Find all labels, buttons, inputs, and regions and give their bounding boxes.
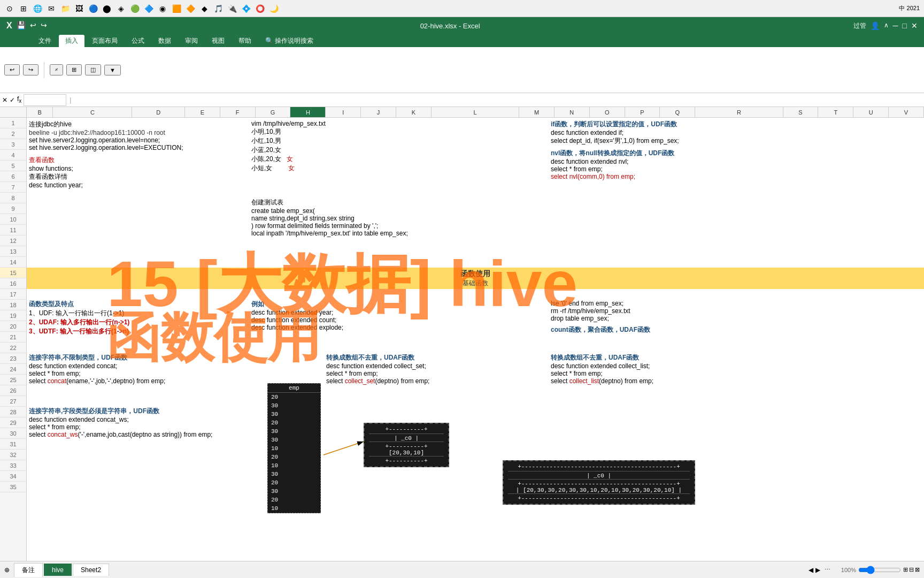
- tab-review[interactable]: 审阅: [179, 35, 204, 47]
- row-21[interactable]: 21: [0, 332, 26, 343]
- app15-icon[interactable]: 💠: [241, 3, 251, 14]
- tab-sheet2[interactable]: Sheet2: [73, 564, 109, 576]
- app13-icon[interactable]: 🎵: [213, 3, 224, 14]
- row-34[interactable]: 34: [0, 471, 26, 482]
- minimize-button[interactable]: ─: [893, 21, 898, 31]
- app16-icon[interactable]: ⭕: [255, 3, 265, 14]
- row-20[interactable]: 20: [0, 321, 26, 332]
- row-28[interactable]: 28: [0, 407, 26, 417]
- save-icon[interactable]: 💾: [17, 21, 26, 31]
- app8-icon[interactable]: 🔷: [143, 3, 154, 14]
- app10-icon[interactable]: 🟧: [171, 3, 182, 14]
- undo-icon[interactable]: ↩: [30, 21, 36, 31]
- row-6[interactable]: 6: [0, 171, 26, 182]
- row-9[interactable]: 9: [0, 203, 26, 214]
- row-29[interactable]: 29: [0, 417, 26, 428]
- formula-bar-cancel[interactable]: ✕: [2, 96, 7, 104]
- row-4[interactable]: 4: [0, 150, 26, 161]
- user-icon[interactable]: 👤: [871, 21, 880, 31]
- col-m[interactable]: M: [519, 107, 555, 117]
- app12-icon[interactable]: ◆: [199, 3, 210, 14]
- grid-content[interactable]: 15 [大数据] hive 函数使用 函数使用 基础函数 连接jdbc的hive…: [27, 118, 924, 561]
- row-35[interactable]: 35: [0, 482, 26, 492]
- row-2[interactable]: 2: [0, 128, 26, 139]
- row-19[interactable]: 19: [0, 310, 26, 321]
- add-sheet-icon[interactable]: ⊕: [4, 566, 10, 574]
- row-24[interactable]: 24: [0, 364, 26, 375]
- sheet-nav-right[interactable]: ▶: [815, 566, 820, 574]
- col-b[interactable]: B: [27, 107, 53, 117]
- app5-icon[interactable]: ⬤: [102, 3, 112, 14]
- view-normal-icon[interactable]: ⊞: [903, 566, 908, 573]
- col-e[interactable]: E: [185, 107, 220, 117]
- formula-bar-insert[interactable]: fx: [17, 95, 21, 104]
- row-12[interactable]: 12: [0, 235, 26, 246]
- zoom-slider[interactable]: [858, 566, 901, 574]
- app4-icon[interactable]: 🔵: [88, 3, 98, 14]
- formula-bar-confirm[interactable]: ✓: [10, 96, 15, 104]
- col-h[interactable]: H: [290, 107, 326, 117]
- tab-insert[interactable]: 插入: [59, 35, 84, 47]
- row-22[interactable]: 22: [0, 343, 26, 353]
- row-32[interactable]: 32: [0, 450, 26, 460]
- redo-icon[interactable]: ↪: [41, 21, 47, 31]
- col-n[interactable]: N: [555, 107, 590, 117]
- edge-icon[interactable]: 🌐: [32, 3, 43, 14]
- col-f[interactable]: F: [220, 107, 256, 117]
- row-11[interactable]: 11: [0, 225, 26, 235]
- row-7[interactable]: 7: [0, 182, 26, 193]
- tab-help[interactable]: 帮助: [232, 35, 258, 47]
- col-g[interactable]: G: [256, 107, 291, 117]
- col-t[interactable]: T: [818, 107, 853, 117]
- folder-icon[interactable]: 📁: [60, 3, 71, 14]
- col-o[interactable]: O: [590, 107, 625, 117]
- row-16[interactable]: 16: [0, 278, 26, 289]
- app3-icon[interactable]: 🖼: [74, 3, 84, 14]
- maximize-button[interactable]: □: [903, 21, 907, 31]
- tab-data[interactable]: 数据: [152, 35, 178, 47]
- row-14[interactable]: 14: [0, 257, 26, 268]
- sheet-nav-left[interactable]: ◀: [808, 566, 813, 574]
- col-k[interactable]: K: [396, 107, 432, 117]
- ribbon-btn5[interactable]: ◫: [85, 64, 101, 75]
- col-s[interactable]: S: [783, 107, 819, 117]
- app7-icon[interactable]: 🟢: [129, 3, 140, 14]
- row-23[interactable]: 23: [0, 353, 26, 364]
- dots-menu[interactable]: ⋯: [825, 566, 830, 573]
- col-v[interactable]: V: [889, 107, 924, 117]
- row-5[interactable]: 5: [0, 161, 26, 171]
- app11-icon[interactable]: 🔶: [185, 3, 196, 14]
- row-17[interactable]: 17: [0, 289, 26, 300]
- row-8[interactable]: 8: [0, 193, 26, 203]
- row-30[interactable]: 30: [0, 428, 26, 439]
- app9-icon[interactable]: ◉: [157, 3, 168, 14]
- row-27[interactable]: 27: [0, 396, 26, 407]
- app14-icon[interactable]: 🔌: [227, 3, 237, 14]
- tab-view[interactable]: 视图: [205, 35, 231, 47]
- col-i[interactable]: I: [326, 107, 361, 117]
- tab-layout[interactable]: 页面布局: [86, 35, 124, 47]
- row-15[interactable]: 15: [0, 268, 26, 278]
- view-page-icon[interactable]: ⊠: [915, 566, 920, 573]
- row-1[interactable]: 1: [0, 118, 26, 128]
- ribbon-btn2[interactable]: ↪: [23, 64, 38, 75]
- view-layout-icon[interactable]: ⊟: [909, 566, 914, 573]
- row-3[interactable]: 3: [0, 139, 26, 150]
- ribbon-btn4[interactable]: ⊞: [66, 64, 82, 75]
- col-u[interactable]: U: [853, 107, 889, 117]
- formula-input[interactable]: [74, 94, 922, 106]
- row-10[interactable]: 10: [0, 214, 26, 225]
- tab-remarks[interactable]: 备注: [14, 563, 43, 577]
- col-c[interactable]: C: [53, 107, 132, 117]
- col-j[interactable]: J: [361, 107, 396, 117]
- row-25[interactable]: 25: [0, 375, 26, 385]
- ribbon-btn6[interactable]: ▼: [104, 65, 121, 75]
- ribbon-collapse-icon[interactable]: ∧: [884, 21, 889, 31]
- mail-icon[interactable]: ✉: [46, 3, 57, 14]
- col-p[interactable]: P: [625, 107, 660, 117]
- name-box[interactable]: [24, 94, 66, 106]
- col-r[interactable]: R: [695, 107, 783, 117]
- col-l[interactable]: L: [432, 107, 519, 117]
- app6-icon[interactable]: ◈: [116, 3, 126, 14]
- col-q[interactable]: Q: [660, 107, 695, 117]
